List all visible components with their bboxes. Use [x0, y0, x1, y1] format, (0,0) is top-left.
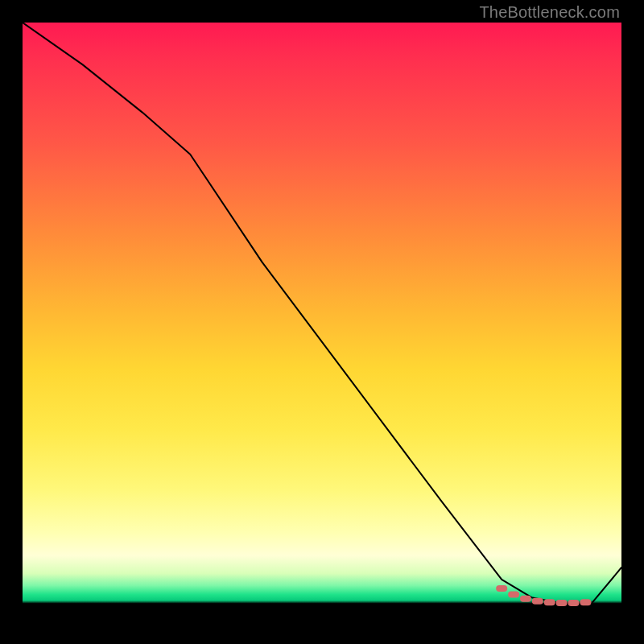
chart-stage: TheBottleneck.com	[0, 0, 644, 644]
valley-mark	[544, 599, 555, 605]
plot-area	[23, 23, 621, 621]
valley-mark	[568, 600, 580, 606]
valley-mark	[556, 600, 568, 606]
valley-mark	[508, 592, 519, 598]
valley-highlight-marks	[496, 585, 591, 606]
valley-mark	[496, 585, 507, 592]
watermark-text: TheBottleneck.com	[479, 3, 620, 22]
main-curve-line	[23, 23, 621, 604]
chart-overlay	[23, 23, 621, 621]
valley-mark	[520, 596, 531, 602]
valley-mark	[580, 599, 591, 605]
valley-mark	[532, 598, 543, 605]
